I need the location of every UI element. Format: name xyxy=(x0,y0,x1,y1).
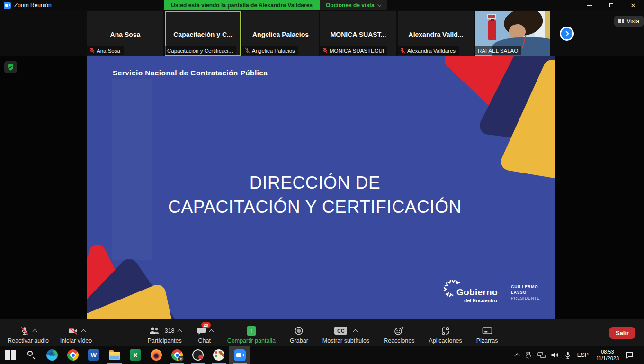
taskbar-search-button[interactable] xyxy=(21,346,42,364)
restore-button[interactable] xyxy=(600,0,622,10)
language-indicator[interactable]: ESP xyxy=(576,352,590,358)
slide-header: Servicio Nacional de Contratación Públic… xyxy=(113,69,268,77)
chat-unread-badge: 20 xyxy=(201,322,211,328)
file-explorer-icon xyxy=(109,352,120,360)
whiteboards-button[interactable]: Pizarras xyxy=(476,322,498,344)
taskbar-app-chrome-profile[interactable] xyxy=(167,346,188,364)
taskbar-app-chrome[interactable] xyxy=(63,346,83,364)
vista-view-button[interactable]: Vista xyxy=(614,16,644,27)
word-icon: W xyxy=(88,349,99,361)
obs-icon xyxy=(192,349,204,361)
stopped-camera-icon xyxy=(67,326,79,336)
participant-tile[interactable]: MONICA SUAST... MONICA SUASTEGUI xyxy=(320,11,396,56)
show-desktop-divider[interactable] xyxy=(640,349,640,361)
meeting-toolbar: Reactivar audio Iniciar vídeo xyxy=(0,319,644,346)
reactions-button[interactable]: Reacciones xyxy=(384,322,414,344)
microphone-icon[interactable] xyxy=(564,351,571,359)
participants-icon xyxy=(148,326,161,336)
screen-share-banner: Usted está viendo la pantalla de Alexand… xyxy=(164,0,320,10)
taskbar-app-excel[interactable]: X xyxy=(125,346,146,364)
taskbar-app-obs[interactable] xyxy=(188,346,208,364)
logo-divider xyxy=(505,283,505,302)
participant-tile[interactable]: Alexandra Valld... Alexandra Valldares xyxy=(398,11,474,56)
taskbar-app-firefox[interactable] xyxy=(146,346,167,364)
chevron-down-icon xyxy=(377,2,381,6)
taskbar-start-button[interactable] xyxy=(0,346,21,364)
reactions-smiley-icon xyxy=(394,326,404,336)
participant-name-label: Ana Sosa xyxy=(87,46,124,55)
participants-strip: Ana Sosa Ana Sosa Capacitación y C... Ca… xyxy=(0,10,644,56)
unmute-button[interactable]: Reactivar audio xyxy=(8,322,49,344)
windows-taskbar: W X xyxy=(0,346,644,364)
taskbar-app-file-explorer[interactable] xyxy=(104,346,125,364)
chat-options-chevron[interactable] xyxy=(209,329,214,334)
gallery-view-icon xyxy=(618,19,624,24)
shared-screen-stage: Servicio Nacional de Contratación Públic… xyxy=(0,56,644,319)
presentation-slide: Servicio Nacional de Contratación Públic… xyxy=(87,56,555,319)
participant-tile[interactable]: Angelica Palacios Angelica Palacios xyxy=(242,11,319,56)
chrome-icon xyxy=(67,349,79,361)
captions-button[interactable]: CC Mostrar subtítulos xyxy=(322,322,369,344)
participants-button[interactable]: 318 Participantes xyxy=(148,322,182,344)
view-options-button[interactable]: Opciones de vista xyxy=(320,0,387,10)
action-center-icon[interactable] xyxy=(626,351,634,359)
close-button[interactable]: ✕ xyxy=(622,0,644,10)
firefox-icon xyxy=(151,349,162,361)
participant-tile[interactable]: Ana Sosa Ana Sosa xyxy=(87,11,163,56)
slide-title: DIRECCIÓN DE CAPACITACIÓN Y CERTIFICACIÓ… xyxy=(87,171,543,219)
leave-meeting-button[interactable]: Salir xyxy=(609,327,635,339)
window-title: Zoom Reunión xyxy=(14,2,52,9)
video-options-chevron[interactable] xyxy=(81,329,86,334)
paint-icon xyxy=(213,349,224,361)
participant-name-label: Capacitación y Certificaci... xyxy=(165,46,236,55)
chat-button[interactable]: 20 Chat xyxy=(196,322,213,344)
shield-check-icon xyxy=(7,63,15,71)
muted-mic-icon xyxy=(89,47,95,54)
hidden-icons-chevron[interactable] xyxy=(514,353,519,358)
taskbar-app-edge[interactable] xyxy=(42,346,63,364)
participant-name-label: RAFAEL SALAO xyxy=(475,46,521,55)
gobierno-logo: Gobierno del Encuentro GUILLERMO LASSO P… xyxy=(443,279,555,306)
security-badge[interactable] xyxy=(4,61,17,73)
participant-name-label: Alexandra Valldares xyxy=(398,46,459,55)
cc-icon: CC xyxy=(334,327,347,335)
speaker-icon[interactable] xyxy=(551,351,559,359)
record-icon xyxy=(294,326,304,336)
audio-options-chevron[interactable] xyxy=(33,329,37,334)
search-icon xyxy=(26,350,36,360)
network-displays-icon[interactable] xyxy=(537,352,546,359)
taskbar-app-paint[interactable] xyxy=(208,346,229,364)
taskbar-app-zoom[interactable] xyxy=(229,346,250,364)
zoom-meeting-window: Zoom Reunión Usted está viendo la pantal… xyxy=(0,0,644,364)
windows-logo-icon xyxy=(5,350,16,360)
muted-mic-icon xyxy=(322,47,328,54)
minimize-button[interactable] xyxy=(579,0,600,10)
title-bar: Zoom Reunión Usted está viendo la pantal… xyxy=(0,0,644,10)
apps-icon xyxy=(440,326,451,336)
zoom-icon xyxy=(234,349,246,361)
taskbar-app-word[interactable]: W xyxy=(83,346,104,364)
start-video-button[interactable]: Iniciar vídeo xyxy=(60,322,92,344)
participant-name-label: Angelica Palacios xyxy=(242,46,298,55)
zoom-app-icon xyxy=(4,2,11,9)
participant-tile[interactable]: Capacitación y C... Capacitación y Certi… xyxy=(165,11,241,56)
cast-icon[interactable] xyxy=(524,351,532,359)
participants-options-chevron[interactable] xyxy=(177,329,182,334)
taskbar-clock[interactable]: 08:53 11/1/2023 xyxy=(595,348,620,362)
record-button[interactable]: Grabar xyxy=(290,322,308,344)
share-screen-button[interactable]: ↑ Compartir pantalla xyxy=(227,322,276,344)
whiteboard-icon xyxy=(482,326,493,336)
edge-icon xyxy=(46,349,58,361)
captions-options-chevron[interactable] xyxy=(353,329,358,334)
muted-mic-icon xyxy=(245,47,250,54)
chrome-profile-icon xyxy=(171,349,183,361)
excel-icon: X xyxy=(130,349,141,361)
system-tray: ESP 08:53 11/1/2023 xyxy=(515,346,644,364)
next-participants-page-button[interactable] xyxy=(560,27,574,41)
participant-tile[interactable]: RAFAEL SALAO xyxy=(475,11,550,56)
muted-mic-icon xyxy=(400,47,405,54)
chevron-right-icon xyxy=(564,31,569,36)
share-screen-icon: ↑ xyxy=(247,326,256,336)
muted-mic-icon xyxy=(19,326,30,336)
apps-button[interactable]: Aplicaciones xyxy=(429,322,462,344)
